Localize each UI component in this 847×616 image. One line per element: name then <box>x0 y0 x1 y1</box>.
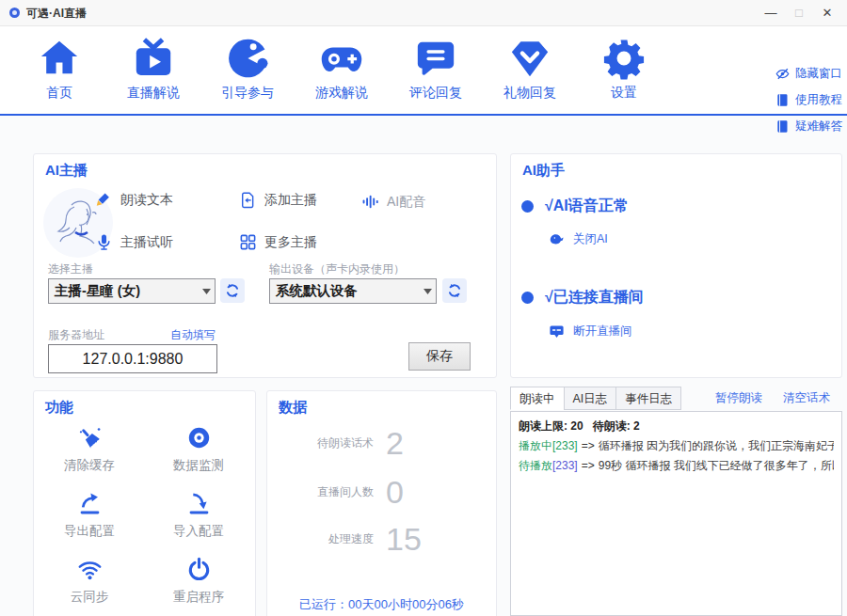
ai-dub-button[interactable]: AI配音 <box>361 193 425 211</box>
uptime-text: 已运行：00天00小时00分06秒 <box>267 596 496 613</box>
data-monitor-button[interactable]: 数据监测 <box>147 425 250 474</box>
app-title: 可遇·AI直播 <box>26 0 87 26</box>
log-header: 朗读上限: 20待朗读: 2 <box>519 417 834 436</box>
monitor-eye-icon <box>186 425 212 450</box>
anchor-select[interactable]: 主播-星瞳 (女) <box>48 278 216 304</box>
nav-item-gift-reply[interactable]: 礼物回复 <box>483 37 577 102</box>
functions-panel: 功能 清除缓存 数据监测 导出配置 导入配置 云同步 重启程序 <box>33 390 256 616</box>
autofill-link[interactable]: 自动填写 <box>170 327 216 343</box>
server-address-label: 服务器地址 <box>48 327 104 343</box>
nav-item-guide-participation[interactable]: 引导参与 <box>200 37 295 102</box>
clear-cache-button[interactable]: 清除缓存 <box>38 425 141 474</box>
pause-reading-link[interactable]: 暂停朗读 <box>715 390 762 406</box>
nav-item-live-commentary[interactable]: 直播解说 <box>106 37 200 102</box>
maximize-button[interactable]: □ <box>785 0 813 26</box>
stat-room-viewers: 直播间人数 0 <box>284 476 404 508</box>
stat-pending-scripts: 待朗读话术 2 <box>284 427 404 459</box>
home-icon <box>38 37 81 80</box>
pencil-icon <box>95 191 113 209</box>
server-address-input[interactable] <box>48 344 217 373</box>
disconnect-room-button[interactable]: 断开直播间 <box>549 324 632 340</box>
book-icon <box>775 119 790 134</box>
clear-scripts-link[interactable]: 清空话术 <box>783 390 830 406</box>
stat-processing-speed: 处理速度 15 <box>284 523 422 555</box>
app-window: { "window": { "title": "可遇·AI直播", "contr… <box>0 0 847 616</box>
chat-bubble-icon <box>549 324 565 340</box>
export-config-button[interactable]: 导出配置 <box>38 491 141 540</box>
status-dot-icon <box>521 292 534 304</box>
nav-item-game-commentary[interactable]: 游戏解说 <box>295 37 389 102</box>
tutorial-link[interactable]: 使用教程 <box>775 87 842 113</box>
nav-item-home[interactable]: 首页 <box>12 37 106 102</box>
import-icon <box>186 491 212 516</box>
close-button[interactable]: ✕ <box>813 0 841 26</box>
microphone-icon <box>95 233 113 251</box>
app-logo-icon <box>9 8 20 18</box>
output-device-label: 输出设备（声卡内录使用） <box>269 261 405 277</box>
refresh-icon <box>446 282 463 299</box>
status-dot-icon <box>521 200 534 213</box>
read-text-button[interactable]: 朗读文本 <box>95 191 173 209</box>
restart-app-button[interactable]: 重启程序 <box>147 557 250 606</box>
output-device-select[interactable]: 系统默认设备 <box>269 278 437 304</box>
nav-item-comment-reply[interactable]: 评论回复 <box>389 37 483 102</box>
refresh-icon <box>224 282 241 299</box>
refresh-anchor-button[interactable] <box>220 278 245 303</box>
minimize-button[interactable]: — <box>757 0 785 26</box>
waveform-icon <box>361 193 379 211</box>
book-icon <box>775 93 790 107</box>
titlebar: 可遇·AI直播 — □ ✕ <box>0 0 847 26</box>
pacman-icon <box>226 37 269 80</box>
broom-icon <box>77 425 103 450</box>
main-nav: 首页 直播解说 引导参与 游戏解说 评论回复 礼物回复 设置 隐藏 <box>0 26 847 116</box>
refresh-device-button[interactable] <box>442 278 467 303</box>
export-icon <box>77 491 103 516</box>
tab-ai-log[interactable]: AI日志 <box>564 387 617 410</box>
close-ai-button[interactable]: 关闭AI <box>549 231 608 247</box>
comment-icon <box>414 37 457 80</box>
tab-event-log[interactable]: 事件日志 <box>615 387 681 410</box>
voice-status: √AI语音正常 <box>521 197 629 216</box>
tab-reading[interactable]: 朗读中 <box>510 387 565 410</box>
cloud-sync-button[interactable]: 云同步 <box>38 557 141 606</box>
gear-icon <box>602 37 646 80</box>
add-anchor-button[interactable]: 添加主播 <box>239 191 317 209</box>
select-anchor-label: 选择主播 <box>48 261 93 277</box>
ai-anchor-panel: AI主播 朗读文本 添加主播 AI配音 主播试听 更多主播 <box>33 153 497 378</box>
faq-link[interactable]: 疑难解答 <box>775 113 842 139</box>
anchor-preview-button[interactable]: 主播试听 <box>95 233 173 251</box>
window-controls: — □ ✕ <box>757 0 841 26</box>
grid-icon <box>239 233 257 251</box>
file-arrow-icon <box>239 191 257 209</box>
chevron-down-icon <box>419 289 436 294</box>
stats-panel: 数据 待朗读话术 2 直播间人数 0 处理速度 15 已运行：00天00小时00… <box>266 390 497 616</box>
tv-play-icon <box>132 37 175 80</box>
save-button[interactable]: 保存 <box>408 342 471 371</box>
wifi-icon <box>77 557 103 582</box>
eye-off-icon <box>775 67 790 81</box>
hide-window-link[interactable]: 隐藏窗口 <box>775 60 842 87</box>
import-config-button[interactable]: 导入配置 <box>147 491 250 540</box>
log-line-playing: 播放中[233]=>循环播报 因为我们的跟你说，我们正宗海南妃子笑 <box>519 436 834 456</box>
nav-item-settings[interactable]: 设置 <box>577 37 671 102</box>
gamepad-icon <box>320 37 363 80</box>
functions-panel-title: 功能 <box>45 399 73 417</box>
ai-assistant-panel-title: AI助手 <box>522 162 565 180</box>
power-icon <box>186 557 212 582</box>
gem-check-icon <box>508 37 551 80</box>
log-line-pending: 待播放[233]=>99秒 循环播报 我们线下已经做了很多年了，所以这 <box>519 456 834 476</box>
whale-icon <box>549 231 565 247</box>
ai-anchor-panel-title: AI主播 <box>45 162 88 180</box>
room-status: √已连接直播间 <box>521 288 644 308</box>
stats-panel-title: 数据 <box>279 399 307 417</box>
ai-assistant-panel: AI助手 √AI语音正常 关闭AI √已连接直播间 断开直播间 <box>510 153 842 378</box>
more-anchors-button[interactable]: 更多主播 <box>239 233 317 251</box>
log-box: 朗读上限: 20待朗读: 2 播放中[233]=>循环播报 因为我们的跟你说，我… <box>510 411 842 616</box>
chevron-down-icon <box>198 289 215 294</box>
